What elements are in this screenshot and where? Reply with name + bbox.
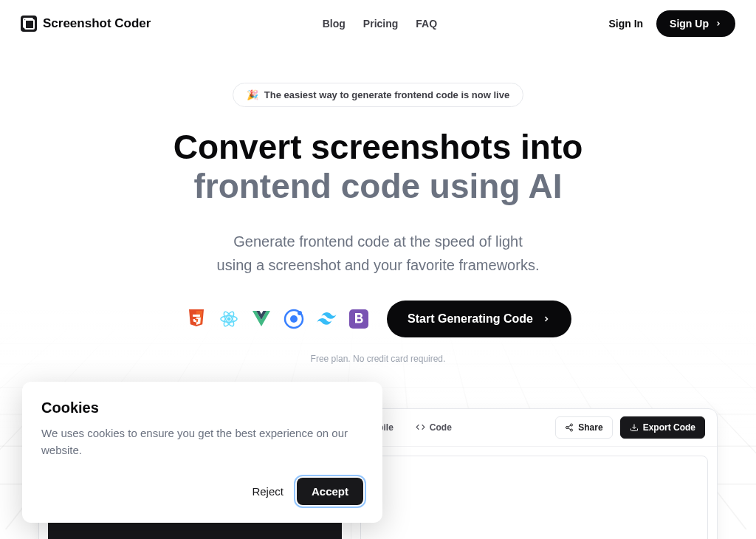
nav-link-blog[interactable]: Blog [323, 18, 346, 30]
party-popper-icon: 🎉 [247, 89, 258, 100]
reject-button[interactable]: Reject [252, 485, 284, 498]
share-icon [565, 423, 574, 432]
svg-point-13 [571, 424, 573, 426]
share-button[interactable]: Share [555, 416, 612, 439]
cta-label: Start Generating Code [408, 312, 533, 326]
code-icon [416, 422, 425, 432]
tech-icons [185, 307, 371, 331]
nav-link-pricing[interactable]: Pricing [363, 18, 398, 30]
brand[interactable]: Screenshot Coder [21, 16, 151, 32]
start-generating-button[interactable]: Start Generating Code [387, 301, 571, 337]
toolbar-actions: Share Export Code [555, 416, 705, 439]
cookie-text: We uses cookies to ensure you get the be… [41, 425, 363, 459]
share-label: Share [578, 422, 602, 433]
cookie-banner: Cookies We uses cookies to ensure you ge… [22, 382, 382, 523]
announcement-pill[interactable]: 🎉 The easiest way to generate frontend c… [233, 83, 523, 107]
svg-line-16 [568, 425, 571, 427]
tab-code-label: Code [430, 422, 452, 433]
vue-icon [250, 307, 273, 331]
brand-name: Screenshot Coder [43, 16, 151, 31]
hero-desc-line1: Generate frontend code at the speed of l… [0, 230, 756, 253]
svg-point-5 [290, 315, 298, 323]
nav-link-faq[interactable]: FAQ [416, 18, 437, 30]
accept-button[interactable]: Accept [297, 478, 363, 505]
svg-point-14 [566, 426, 568, 428]
download-icon [630, 423, 639, 432]
svg-point-6 [298, 311, 302, 315]
react-icon [217, 307, 241, 331]
hero-title-line2: frontend code using AI [0, 167, 756, 206]
preview-canvas [360, 456, 708, 539]
cookie-title: Cookies [41, 399, 363, 416]
header: Screenshot Coder Blog Pricing FAQ Sign I… [0, 0, 756, 47]
svg-rect-7 [349, 309, 368, 329]
cookie-actions: Reject Accept [41, 478, 363, 505]
bootstrap-icon [347, 307, 371, 331]
signup-label: Sign Up [670, 18, 709, 30]
hero-title-line1: Convert screenshots into [0, 128, 756, 167]
html5-icon [185, 307, 208, 331]
chevron-right-icon [542, 315, 551, 323]
export-label: Export Code [643, 422, 695, 433]
hero-desc-line2: using a screenshot and your favorite fra… [0, 253, 756, 277]
signin-link[interactable]: Sign In [608, 18, 643, 30]
announcement-text: The easiest way to generate frontend cod… [264, 89, 509, 100]
header-actions: Sign In Sign Up [608, 10, 735, 37]
svg-point-15 [571, 429, 573, 431]
tailwind-icon [315, 307, 338, 331]
signup-button[interactable]: Sign Up [656, 10, 735, 37]
cta-row: Start Generating Code [0, 301, 756, 337]
hero-title: Convert screenshots into frontend code u… [0, 128, 756, 206]
tab-code[interactable]: Code [406, 417, 461, 438]
export-code-button[interactable]: Export Code [620, 416, 705, 439]
chevron-right-icon [715, 20, 722, 27]
nav-links: Blog Pricing FAQ [323, 18, 437, 30]
brand-logo-icon [21, 16, 37, 32]
ionic-icon [282, 307, 306, 331]
hero-description: Generate frontend code at the speed of l… [0, 230, 756, 277]
fine-print: Free plan. No credit card required. [0, 354, 756, 364]
svg-line-17 [568, 428, 571, 430]
svg-point-0 [227, 317, 231, 320]
preview-panel [351, 447, 717, 539]
